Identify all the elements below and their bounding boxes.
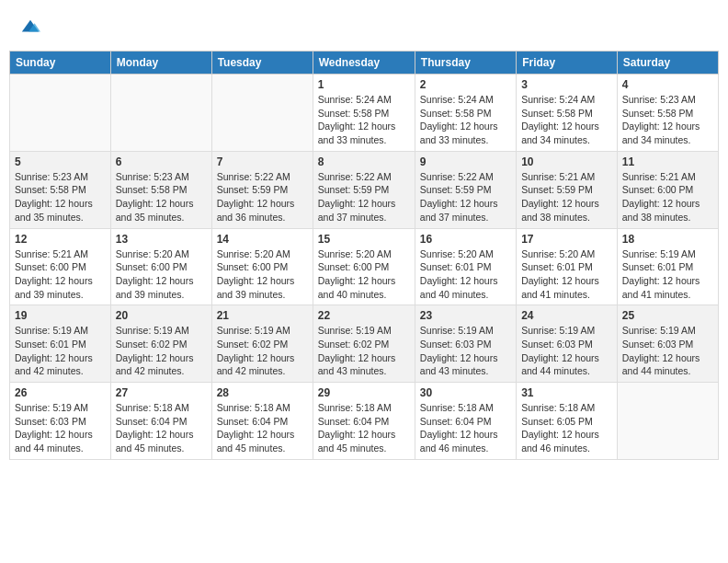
day-number: 4 [622, 78, 713, 91]
day-number: 7 [217, 155, 308, 168]
day-number: 26 [15, 386, 106, 399]
weekday-header: Wednesday [313, 52, 415, 75]
day-info: Sunrise: 5:19 AM Sunset: 6:01 PM Dayligh… [622, 247, 713, 302]
weekday-header: Friday [517, 52, 618, 75]
day-number: 24 [521, 309, 612, 322]
day-info: Sunrise: 5:20 AM Sunset: 6:01 PM Dayligh… [420, 247, 511, 302]
calendar-cell: 17Sunrise: 5:20 AM Sunset: 6:01 PM Dayli… [517, 228, 618, 305]
day-info: Sunrise: 5:23 AM Sunset: 5:58 PM Dayligh… [116, 170, 207, 224]
calendar-header-row: SundayMondayTuesdayWednesdayThursdayFrid… [10, 52, 719, 75]
day-info: Sunrise: 5:19 AM Sunset: 6:03 PM Dayligh… [15, 401, 106, 455]
calendar-cell: 3Sunrise: 5:24 AM Sunset: 5:58 PM Daylig… [517, 75, 618, 152]
day-number: 13 [116, 233, 207, 246]
calendar-cell: 9Sunrise: 5:22 AM Sunset: 5:59 PM Daylig… [415, 151, 516, 228]
calendar-cell: 11Sunrise: 5:21 AM Sunset: 6:00 PM Dayli… [617, 151, 718, 228]
calendar-week-row: 5Sunrise: 5:23 AM Sunset: 5:58 PM Daylig… [10, 151, 719, 228]
weekday-header: Saturday [617, 52, 718, 75]
day-info: Sunrise: 5:19 AM Sunset: 6:01 PM Dayligh… [15, 324, 106, 378]
day-number: 31 [521, 386, 612, 399]
day-number: 25 [622, 309, 713, 322]
day-number: 21 [217, 309, 308, 322]
calendar-cell [10, 75, 111, 152]
weekday-header: Sunday [10, 52, 111, 75]
day-info: Sunrise: 5:19 AM Sunset: 6:02 PM Dayligh… [318, 324, 410, 378]
calendar-table: SundayMondayTuesdayWednesdayThursdayFrid… [9, 51, 719, 460]
day-number: 23 [420, 309, 511, 322]
calendar-cell: 12Sunrise: 5:21 AM Sunset: 6:00 PM Dayli… [10, 228, 111, 305]
weekday-header: Monday [110, 52, 211, 75]
day-number: 29 [318, 386, 410, 399]
calendar-cell: 19Sunrise: 5:19 AM Sunset: 6:01 PM Dayli… [10, 305, 111, 383]
day-info: Sunrise: 5:20 AM Sunset: 6:00 PM Dayligh… [318, 247, 410, 302]
day-info: Sunrise: 5:23 AM Sunset: 5:58 PM Dayligh… [622, 93, 713, 147]
day-info: Sunrise: 5:24 AM Sunset: 5:58 PM Dayligh… [521, 93, 612, 147]
day-info: Sunrise: 5:19 AM Sunset: 6:03 PM Dayligh… [622, 324, 713, 378]
calendar-cell: 7Sunrise: 5:22 AM Sunset: 5:59 PM Daylig… [211, 151, 313, 228]
day-info: Sunrise: 5:19 AM Sunset: 6:03 PM Dayligh… [420, 324, 511, 378]
calendar-cell: 16Sunrise: 5:20 AM Sunset: 6:01 PM Dayli… [415, 228, 516, 305]
calendar-cell: 28Sunrise: 5:18 AM Sunset: 6:04 PM Dayli… [211, 383, 313, 460]
day-number: 9 [420, 155, 511, 168]
logo [18, 17, 40, 41]
calendar-cell: 1Sunrise: 5:24 AM Sunset: 5:58 PM Daylig… [313, 75, 415, 152]
day-info: Sunrise: 5:24 AM Sunset: 5:58 PM Dayligh… [318, 93, 410, 147]
weekday-header: Tuesday [211, 52, 313, 75]
day-number: 3 [521, 78, 612, 91]
calendar-cell: 18Sunrise: 5:19 AM Sunset: 6:01 PM Dayli… [617, 228, 718, 305]
calendar-cell [211, 75, 313, 152]
day-number: 15 [318, 233, 410, 246]
day-number: 20 [116, 309, 207, 322]
day-number: 1 [318, 78, 410, 91]
day-info: Sunrise: 5:18 AM Sunset: 6:04 PM Dayligh… [116, 401, 207, 455]
calendar-week-row: 19Sunrise: 5:19 AM Sunset: 6:01 PM Dayli… [10, 305, 719, 383]
calendar-cell: 25Sunrise: 5:19 AM Sunset: 6:03 PM Dayli… [617, 305, 718, 383]
calendar-week-row: 1Sunrise: 5:24 AM Sunset: 5:58 PM Daylig… [10, 75, 719, 152]
calendar-cell: 6Sunrise: 5:23 AM Sunset: 5:58 PM Daylig… [110, 151, 211, 228]
day-info: Sunrise: 5:21 AM Sunset: 6:00 PM Dayligh… [15, 247, 106, 302]
calendar-cell: 5Sunrise: 5:23 AM Sunset: 5:58 PM Daylig… [10, 151, 111, 228]
calendar-cell: 2Sunrise: 5:24 AM Sunset: 5:58 PM Daylig… [415, 75, 516, 152]
day-number: 11 [622, 155, 713, 168]
calendar-cell: 15Sunrise: 5:20 AM Sunset: 6:00 PM Dayli… [313, 228, 415, 305]
day-number: 14 [217, 233, 308, 246]
day-number: 8 [318, 155, 410, 168]
day-info: Sunrise: 5:22 AM Sunset: 5:59 PM Dayligh… [420, 170, 511, 224]
day-info: Sunrise: 5:21 AM Sunset: 5:59 PM Dayligh… [521, 170, 612, 224]
calendar-cell [617, 383, 718, 460]
calendar-cell: 31Sunrise: 5:18 AM Sunset: 6:05 PM Dayli… [517, 383, 618, 460]
day-number: 28 [217, 386, 308, 399]
calendar-cell: 22Sunrise: 5:19 AM Sunset: 6:02 PM Dayli… [313, 305, 415, 383]
day-number: 27 [116, 386, 207, 399]
day-info: Sunrise: 5:22 AM Sunset: 5:59 PM Dayligh… [318, 170, 410, 224]
calendar-cell: 21Sunrise: 5:19 AM Sunset: 6:02 PM Dayli… [211, 305, 313, 383]
day-info: Sunrise: 5:20 AM Sunset: 6:00 PM Dayligh… [116, 247, 207, 302]
page-header [9, 9, 719, 45]
day-info: Sunrise: 5:18 AM Sunset: 6:04 PM Dayligh… [217, 401, 308, 455]
calendar-cell: 29Sunrise: 5:18 AM Sunset: 6:04 PM Dayli… [313, 383, 415, 460]
day-number: 16 [420, 233, 511, 246]
day-info: Sunrise: 5:22 AM Sunset: 5:59 PM Dayligh… [217, 170, 308, 224]
day-number: 6 [116, 155, 207, 168]
calendar-cell: 20Sunrise: 5:19 AM Sunset: 6:02 PM Dayli… [110, 305, 211, 383]
day-number: 12 [15, 233, 106, 246]
calendar-week-row: 26Sunrise: 5:19 AM Sunset: 6:03 PM Dayli… [10, 383, 719, 460]
calendar-week-row: 12Sunrise: 5:21 AM Sunset: 6:00 PM Dayli… [10, 228, 719, 305]
calendar-cell: 8Sunrise: 5:22 AM Sunset: 5:59 PM Daylig… [313, 151, 415, 228]
day-number: 2 [420, 78, 511, 91]
calendar-cell: 13Sunrise: 5:20 AM Sunset: 6:00 PM Dayli… [110, 228, 211, 305]
day-info: Sunrise: 5:21 AM Sunset: 6:00 PM Dayligh… [622, 170, 713, 224]
calendar-cell: 24Sunrise: 5:19 AM Sunset: 6:03 PM Dayli… [517, 305, 618, 383]
calendar-cell: 10Sunrise: 5:21 AM Sunset: 5:59 PM Dayli… [517, 151, 618, 228]
day-number: 22 [318, 309, 410, 322]
calendar-cell [110, 75, 211, 152]
day-info: Sunrise: 5:24 AM Sunset: 5:58 PM Dayligh… [420, 93, 511, 147]
calendar-cell: 26Sunrise: 5:19 AM Sunset: 6:03 PM Dayli… [10, 383, 111, 460]
day-info: Sunrise: 5:18 AM Sunset: 6:05 PM Dayligh… [521, 401, 612, 455]
day-info: Sunrise: 5:19 AM Sunset: 6:02 PM Dayligh… [116, 324, 207, 378]
logo-icon [20, 17, 40, 37]
day-number: 30 [420, 386, 511, 399]
calendar-cell: 27Sunrise: 5:18 AM Sunset: 6:04 PM Dayli… [110, 383, 211, 460]
day-number: 18 [622, 233, 713, 246]
day-number: 19 [15, 309, 106, 322]
day-info: Sunrise: 5:19 AM Sunset: 6:03 PM Dayligh… [521, 324, 612, 378]
